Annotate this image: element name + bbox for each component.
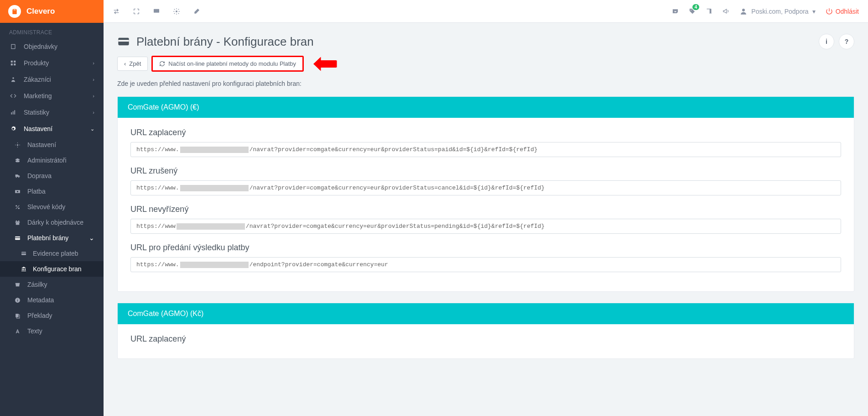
eraser-icon[interactable] [193, 8, 200, 15]
sidebar-item-label: Produkty [24, 59, 49, 67]
grid-icon [9, 60, 17, 66]
sidebar: Clevero ADMINISTRACE Objednávky Produkty… [0, 0, 104, 381]
sidebar-subitem-shipping[interactable]: Doprava [0, 168, 104, 184]
chevron-right-icon: › [93, 60, 94, 66]
sidebar-item-label: Objednávky [24, 43, 57, 50]
sidebar-subitem-metadata[interactable]: Metadata [0, 292, 104, 308]
chevron-down-icon: ⌄ [90, 126, 94, 132]
monitor-icon[interactable] [153, 8, 160, 15]
sidebar-subitem-shipments[interactable]: Zásilky [0, 277, 104, 292]
svg-point-27 [176, 11, 177, 12]
svg-rect-16 [16, 222, 20, 225]
sidebar-item-orders[interactable]: Objednávky [0, 38, 104, 55]
sidebar-subitem-gifts[interactable]: Dárky k objednávce [0, 215, 104, 230]
info-button[interactable]: i [819, 34, 834, 49]
button-row: ‹ Zpět Načíst on-line platební metody do… [117, 56, 854, 72]
page-title-text: Platební brány - Konfigurace bran [136, 35, 314, 49]
sidebar-subitem-label: Slevové kódy [27, 203, 65, 211]
sidebar-item-settings[interactable]: Nastavení ⌄ [0, 121, 104, 137]
url-input[interactable]: https://www. /endpoint?provider=comgate&… [130, 257, 841, 272]
sidebar-subitem-label: Nastavení [27, 141, 56, 148]
book-icon [9, 43, 17, 50]
svg-rect-24 [16, 314, 19, 317]
sidebar-subitem-payment[interactable]: Platba [0, 184, 104, 199]
sidebar-subitem-gateways[interactable]: Platební brány ⌄ [0, 230, 104, 246]
user-name: Poski.com, Podpora [751, 8, 808, 15]
logout-button[interactable]: Odhlásit [826, 8, 859, 15]
url-input[interactable]: https://www /navrat?provider=comgate&cur… [130, 219, 841, 234]
help-button[interactable]: ? [839, 34, 854, 49]
sidebar-item-label: Zákazníci [24, 76, 51, 83]
money-icon [15, 189, 22, 195]
sidebar-subitem-label: Dárky k objednávce [27, 219, 83, 226]
sidebar-item-customers[interactable]: Zákazníci › [0, 71, 104, 88]
tag-icon[interactable]: 4 [689, 8, 696, 15]
description: Zde je uveden přehled nastavení pro konf… [117, 80, 854, 87]
svg-point-4 [12, 77, 14, 79]
logo-icon [8, 5, 21, 18]
svg-rect-26 [154, 9, 159, 12]
sidebar-subitem-label: Texty [27, 327, 42, 335]
sidebar-item-marketing[interactable]: Marketing › [0, 88, 104, 104]
back-button[interactable]: ‹ Zpět [117, 57, 148, 71]
svg-rect-31 [118, 40, 129, 42]
refresh-icon [159, 61, 165, 67]
book-icon[interactable] [706, 8, 712, 15]
inbox-icon [15, 282, 22, 288]
svg-point-13 [16, 205, 17, 206]
svg-rect-18 [15, 237, 20, 238]
sidebar-subitem-label: Metadata [27, 296, 54, 304]
field-label: URL pro předání výsledku platby [130, 243, 841, 253]
sidebar-subitem-texts[interactable]: Texty [0, 323, 104, 339]
copy-icon [15, 313, 22, 319]
gift-icon [15, 220, 22, 226]
url-prefix: https://www. [136, 184, 179, 191]
user-menu[interactable]: Poski.com, Podpora ▾ [739, 7, 815, 16]
load-payment-methods-button[interactable]: Načíst on-line platební metody do modulu… [151, 56, 304, 72]
url-prefix: https://www. [136, 261, 179, 268]
svg-point-23 [17, 299, 18, 299]
url-masked [180, 185, 249, 191]
megaphone-icon[interactable] [722, 8, 729, 15]
sidebar-subitem-translations[interactable]: Překlady [0, 308, 104, 323]
inbox-icon[interactable] [672, 8, 679, 15]
sidebar-subitem-discounts[interactable]: Slevové kódy [0, 199, 104, 215]
person-icon [9, 76, 17, 83]
sidebar-subitem-settings[interactable]: Nastavení [0, 137, 104, 153]
user-icon [739, 7, 748, 16]
field-label: URL zrušený [130, 166, 841, 176]
caret-down-icon: ▾ [812, 8, 816, 15]
svg-point-10 [18, 177, 19, 178]
gear-icon[interactable] [173, 8, 180, 15]
svg-rect-3 [14, 63, 16, 65]
field-label: URL zaplacený [130, 334, 841, 344]
sidebar-subitem-label: Platební brány [27, 234, 68, 242]
svg-rect-15 [16, 221, 20, 222]
sidebar-item-label: Nastavení [24, 125, 52, 132]
sidebar-item-products[interactable]: Produkty › [0, 55, 104, 71]
main: Platební brány - Konfigurace bran i ? ‹ … [104, 0, 868, 381]
content: Platební brány - Konfigurace bran i ? ‹ … [104, 23, 868, 381]
font-icon [15, 328, 22, 334]
credit-card-icon [117, 35, 130, 48]
svg-rect-7 [14, 110, 15, 114]
svg-point-28 [691, 10, 691, 11]
url-input[interactable]: https://www. /navrat?provider=comgate&cu… [130, 142, 841, 157]
sidebar-subitem-label: Doprava [27, 172, 52, 179]
logo-bar[interactable]: Clevero [0, 0, 104, 23]
url-suffix: /endpoint?provider=comgate&currency=eur [249, 261, 388, 268]
sidebar-subsubitem-gateway-config[interactable]: Konfigurace bran [0, 261, 104, 277]
swap-icon[interactable] [113, 8, 120, 15]
svg-point-9 [16, 177, 17, 178]
sidebar-item-label: Marketing [24, 92, 52, 100]
credit-card-icon [21, 251, 28, 256]
url-input[interactable]: https://www. /navrat?provider=comgate&cu… [130, 180, 841, 195]
arrow-annotation [311, 57, 338, 71]
sidebar-subitem-admins[interactable]: Administrátoři [0, 153, 104, 168]
sidebar-subsubitem-payment-records[interactable]: Evidence plateb [0, 246, 104, 261]
svg-point-29 [742, 9, 745, 11]
sidebar-item-stats[interactable]: Statistiky › [0, 104, 104, 121]
fullscreen-icon[interactable] [133, 8, 140, 15]
page-title: Platební brány - Konfigurace bran [117, 35, 314, 49]
chevron-left-icon: ‹ [124, 60, 126, 67]
